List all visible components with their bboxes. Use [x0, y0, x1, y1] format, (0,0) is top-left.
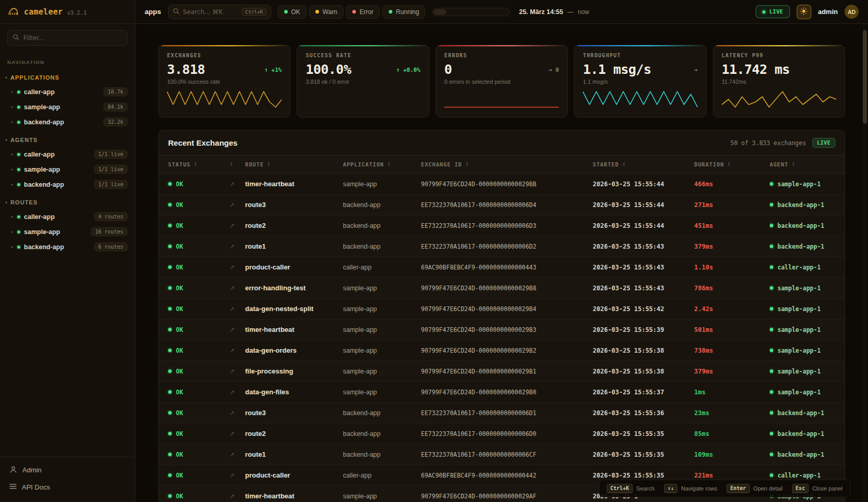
- sidebar-item[interactable]: ▸ backend-app 32.2k: [0, 114, 135, 130]
- exchange-id-cell: 90799F47E6CD24D-00000000000029B4: [421, 305, 593, 313]
- sidebar-section-header[interactable]: ▾ APPLICATIONS: [0, 67, 135, 84]
- stat-card[interactable]: THROUGHPUT 1.1 msg/s → 1.1 msg/s: [574, 45, 706, 118]
- table-column-header[interactable]: APPLICATION ↕: [343, 161, 421, 168]
- username-label: admin: [818, 8, 838, 16]
- table-column-header[interactable]: DURATION ↕: [694, 161, 770, 168]
- chevron-right-icon: ▸: [11, 152, 14, 157]
- table-row[interactable]: OK ↗ data-gen-orders sample-app 90799F47…: [159, 340, 845, 361]
- table-column-header[interactable]: STATUS ↕: [168, 161, 229, 168]
- sidebar-item[interactable]: ▸ caller-app 10.7k: [0, 84, 135, 99]
- keyboard-hints-bar: Ctrl+K Search ↑↓ Navigate rows Enter Ope…: [599, 480, 850, 497]
- agent-label: backend-app-1: [777, 409, 824, 417]
- table-row[interactable]: OK ↗ route1 backend-app EE7322370A10617-…: [159, 236, 845, 257]
- stat-value: 0: [444, 62, 452, 77]
- sidebar-filter-input[interactable]: [23, 34, 122, 42]
- sidebar-item[interactable]: ▸ sample-app 16 routes: [0, 224, 135, 239]
- time-range-button[interactable]: [446, 9, 458, 15]
- table-column-header[interactable]: ↕: [229, 162, 245, 167]
- sidebar-item[interactable]: ▸ caller-app 4 routes: [0, 209, 135, 224]
- status-filter-chip[interactable]: Warn: [309, 5, 343, 19]
- table-row[interactable]: OK ↗ route3 backend-app EE7322370A10617-…: [159, 195, 845, 215]
- avatar[interactable]: AD: [845, 5, 859, 19]
- open-exchange-icon[interactable]: ↗: [229, 305, 245, 313]
- table-column-header[interactable]: STARTED ↕: [593, 161, 694, 168]
- table-row[interactable]: OK ↗ timer-heartbeat sample-app 90799F47…: [159, 174, 845, 195]
- sidebar-item-label: caller-app: [24, 213, 55, 221]
- sidebar-item[interactable]: ▸ caller-app 1/1 live: [0, 147, 135, 162]
- sidebar-section-header[interactable]: ▾ AGENTS: [0, 130, 135, 147]
- open-exchange-icon[interactable]: ↗: [229, 493, 245, 500]
- sidebar-filter[interactable]: [7, 30, 127, 46]
- table-row[interactable]: OK ↗ route2 backend-app EE7322370A10617-…: [159, 423, 845, 444]
- scrollbar-track[interactable]: [863, 24, 867, 502]
- app-logo[interactable]: cameleer v3.2.1: [0, 0, 135, 24]
- sidebar-item[interactable]: ▸ sample-app 1/1 live: [0, 162, 135, 177]
- status-filter-chip[interactable]: Error: [346, 5, 380, 19]
- exchange-id-cell: 69AC90BF8EBC4F9-0000000000000443: [421, 264, 593, 271]
- open-exchange-icon[interactable]: ↗: [229, 326, 245, 333]
- open-exchange-icon[interactable]: ↗: [229, 451, 245, 458]
- table-column-header[interactable]: ROUTE ↕: [245, 161, 343, 168]
- status-filter-chip[interactable]: OK: [278, 5, 307, 19]
- sidebar-footer-item[interactable]: API Docs: [0, 479, 135, 496]
- sparkline-chart: [305, 88, 420, 109]
- sidebar-footer: Admin API Docs: [0, 457, 135, 502]
- time-range-button[interactable]: [471, 9, 483, 15]
- application-cell: sample-app: [343, 493, 421, 500]
- open-exchange-icon[interactable]: ↗: [229, 389, 245, 396]
- table-row[interactable]: OK ↗ data-gen-files sample-app 90799F47E…: [159, 382, 845, 403]
- time-range-button[interactable]: [458, 9, 471, 15]
- started-cell: 2026-03-25 15:55:35: [593, 430, 694, 437]
- stat-card[interactable]: SUCCESS RATE 100.0% ↑ +0.0% 3.818 ok / 0…: [297, 45, 429, 118]
- open-exchange-icon[interactable]: ↗: [229, 409, 245, 417]
- sidebar-item[interactable]: ▸ backend-app 6 routes: [0, 239, 135, 254]
- open-exchange-icon[interactable]: ↗: [229, 368, 245, 375]
- stat-subtext: 3.818 ok / 0 error: [305, 79, 420, 85]
- table-row[interactable]: OK ↗ route3 backend-app EE7322370A10617-…: [159, 403, 845, 423]
- theme-toggle-button[interactable]: [797, 5, 811, 19]
- status-dot: [17, 106, 20, 109]
- chevron-right-icon: ▸: [11, 244, 14, 249]
- sidebar-item[interactable]: ▸ sample-app 84.1k: [0, 99, 135, 114]
- open-exchange-icon[interactable]: ↗: [229, 285, 245, 292]
- table-column-header[interactable]: AGENT ↕: [770, 161, 835, 168]
- table-row[interactable]: OK ↗ data-gen-nested-split sample-app 90…: [159, 299, 845, 319]
- sidebar-item[interactable]: ▸ backend-app 1/1 live: [0, 177, 135, 192]
- open-exchange-icon[interactable]: ↗: [229, 181, 245, 188]
- panel-header: Recent Exchanges 50 of 3.833 exchanges L…: [159, 131, 845, 155]
- stat-card[interactable]: ERRORS 0 → 0 0 errors in selected period: [436, 45, 568, 118]
- agent-status-dot: [770, 453, 773, 456]
- sidebar-footer-item[interactable]: Admin: [0, 461, 135, 479]
- scrollbar-thumb[interactable]: [863, 30, 867, 124]
- date-to: now: [578, 8, 589, 16]
- open-exchange-icon[interactable]: ↗: [229, 347, 245, 354]
- open-exchange-icon[interactable]: ↗: [229, 222, 245, 229]
- table-row[interactable]: OK ↗ product-caller caller-app 69AC90BF8…: [159, 257, 845, 278]
- status-cell: OK: [168, 368, 229, 375]
- stat-card[interactable]: LATENCY P99 11.742 ms 11.742ms: [713, 45, 845, 118]
- hint-label: Search: [636, 485, 655, 492]
- time-range-button[interactable]: [483, 9, 496, 15]
- sidebar-section-header[interactable]: ▾ ROUTES: [0, 192, 135, 209]
- date-range-picker[interactable]: 25. März 14:55 — now: [519, 8, 589, 16]
- open-exchange-icon[interactable]: ↗: [229, 430, 245, 437]
- time-range-button[interactable]: [496, 9, 508, 15]
- table-row[interactable]: OK ↗ route2 backend-app EE7322370A10617-…: [159, 215, 845, 236]
- status-filter-chip[interactable]: Running: [382, 5, 426, 19]
- table-row[interactable]: OK ↗ timer-heartbeat sample-app 90799F47…: [159, 319, 845, 340]
- table-row[interactable]: OK ↗ file-processing sample-app 90799F47…: [159, 361, 845, 382]
- table-column-header[interactable]: EXCHANGE ID ↕: [421, 161, 593, 168]
- open-exchange-icon[interactable]: ↗: [229, 472, 245, 479]
- agent-cell: sample-app-1: [770, 305, 835, 313]
- time-range-button[interactable]: [433, 9, 446, 15]
- search-input[interactable]: [183, 8, 239, 16]
- global-search[interactable]: Ctrl+K: [168, 5, 271, 19]
- status-dot: [17, 168, 20, 171]
- stat-card[interactable]: EXCHANGES 3.818 ↑ +1% 100.0% success rat…: [158, 45, 290, 118]
- open-exchange-icon[interactable]: ↗: [229, 243, 245, 250]
- table-row[interactable]: OK ↗ route1 backend-app EE7322370A10617-…: [159, 444, 845, 465]
- table-row[interactable]: OK ↗ error-handling-test sample-app 9079…: [159, 278, 845, 299]
- open-exchange-icon[interactable]: ↗: [229, 201, 245, 209]
- live-indicator[interactable]: LIVE: [756, 5, 790, 18]
- open-exchange-icon[interactable]: ↗: [229, 264, 245, 271]
